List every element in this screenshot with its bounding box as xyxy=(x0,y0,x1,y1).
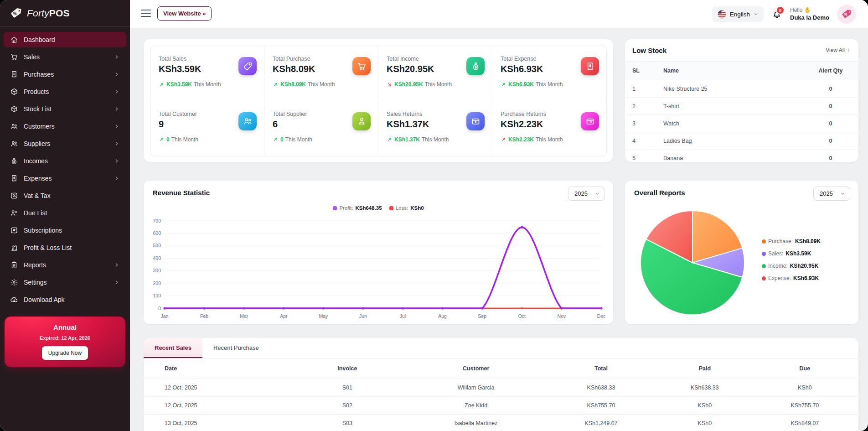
sidebar-item-subscriptions[interactable]: Subscriptions xyxy=(4,223,126,238)
stat-trend: KSh1.37KThis Month xyxy=(387,136,485,143)
svg-text:Sep: Sep xyxy=(478,313,486,319)
sidebar-item-label: Suppliers xyxy=(24,140,108,147)
overall-pie-chart xyxy=(630,203,762,321)
sidebar-item-purchases[interactable]: Purchases xyxy=(4,67,126,82)
chevron-down-icon xyxy=(754,12,758,16)
stat-card-sales-returns: Sales ReturnsKSh1.37KKSh1.37KThis Month xyxy=(378,101,492,156)
svg-text:Jul: Jul xyxy=(400,313,406,319)
brand-name: FortyPOS xyxy=(27,8,70,19)
recent-col-header: Total xyxy=(544,358,658,379)
tab-recent-purchase[interactable]: Recent Purchase xyxy=(202,338,270,358)
user-name: Duka la Demo xyxy=(790,14,829,22)
cart-icon xyxy=(10,53,18,61)
legend-item: Income: KSh20.95K xyxy=(762,263,821,269)
language-selector[interactable]: English xyxy=(712,6,764,22)
hamburger-menu-icon[interactable] xyxy=(141,10,151,19)
overall-reports-card: Overall Reports 2025 Purchase: KSh8.09KS… xyxy=(625,181,858,324)
stat-card-total-purchase: Total PurchaseKSh8.09KKSh8.09KThis Month xyxy=(264,46,378,101)
revenue-statistic-card: Revenue Statistic 2025 Profit: KSh648.35… xyxy=(144,181,613,324)
svg-text:Aug: Aug xyxy=(438,313,447,319)
svg-text:0: 0 xyxy=(158,306,161,311)
home-icon xyxy=(10,36,18,44)
user-group-icon xyxy=(10,140,18,148)
low-stock-title: Low Stock xyxy=(632,47,666,54)
svg-text:Jan: Jan xyxy=(161,313,169,319)
sidebar-item-label: Due List xyxy=(24,209,120,217)
stat-card-total-income: Total IncomeKSh20.95KKSh20.95KThis Month xyxy=(378,46,492,101)
overall-reports-title: Overall Reports xyxy=(634,189,685,197)
low-stock-row: 3Watch0 xyxy=(625,115,858,132)
sidebar-item-stock-list[interactable]: Stock List xyxy=(4,101,126,117)
sidebar-item-due-list[interactable]: Due List xyxy=(4,205,126,221)
low-stock-card: Low Stock View All SLNameAlert Qty 1Nike… xyxy=(625,39,858,162)
low-stock-view-all-link[interactable]: View All xyxy=(826,47,851,53)
legend-item: Profit: KSh648.35 xyxy=(333,205,382,211)
sidebar-item-expenses[interactable]: Expenses xyxy=(4,171,126,186)
stat-trend: 0This Month xyxy=(273,136,371,143)
stat-card-total-supplier: Total Supplier60This Month xyxy=(264,101,378,156)
svg-text:Dec: Dec xyxy=(597,313,606,319)
sidebar-item-label: Settings xyxy=(24,279,108,286)
low-stock-row: 4Ladies Bag0 xyxy=(625,132,858,150)
badge-star-icon xyxy=(10,226,18,234)
sidebar-item-suppliers[interactable]: Suppliers xyxy=(4,136,126,151)
stat-trend: KSh6.93KThis Month xyxy=(501,81,599,88)
svg-text:May: May xyxy=(319,313,328,319)
tag-icon xyxy=(238,57,257,75)
notifications-button[interactable]: 0 xyxy=(771,9,782,20)
stat-trend: KSh2.23KThis Month xyxy=(501,136,599,143)
tab-recent-sales[interactable]: Recent Sales xyxy=(144,338,202,358)
sidebar-item-label: Subscriptions xyxy=(24,227,120,234)
user-list-icon xyxy=(10,209,18,217)
sidebar-item-label: Incomes xyxy=(24,157,108,165)
svg-text:Mar: Mar xyxy=(240,313,248,319)
chevron-right-icon xyxy=(114,123,120,130)
arrow-up-right-icon xyxy=(501,136,506,142)
sidebar-item-download-apk[interactable]: Download Apk xyxy=(4,292,126,307)
sidebar-item-reports[interactable]: Reports xyxy=(4,257,126,273)
recent-sales-row: 12 Oct, 2025S02Zoe KiddKSh755.70KSh0KSh7… xyxy=(144,397,858,415)
stat-card-total-expense: Total ExpenseKSh6.93KKSh6.93KThis Month xyxy=(492,46,606,101)
sidebar-item-profit-loss-list[interactable]: Profit & Loss List xyxy=(4,240,126,255)
chevron-right-icon xyxy=(114,158,120,164)
sidebar-item-label: Reports xyxy=(24,261,108,269)
recent-sales-row: 12 Oct, 2025S01William GarciaKSh638.33KS… xyxy=(144,379,858,397)
box-icon xyxy=(10,88,18,96)
sidebar-item-label: Sales xyxy=(24,53,108,61)
sidebar-item-settings[interactable]: Settings xyxy=(4,275,126,290)
stat-card-purchase-returns: Purchase ReturnsKSh2.23KKSh2.23KThis Mon… xyxy=(492,101,606,156)
stat-trend: KSh8.09KThis Month xyxy=(273,81,371,88)
receipt-dollar-icon xyxy=(10,174,18,182)
cart-icon xyxy=(352,57,371,75)
revenue-statistic-title: Revenue Statistic xyxy=(153,189,210,197)
sidebar-item-products[interactable]: Products xyxy=(4,84,126,99)
receipt-dollar-icon xyxy=(581,57,599,75)
upgrade-now-button[interactable]: Upgrade Now xyxy=(42,346,88,360)
pie-chart-legend: Purchase: KSh8.09KSales: KSh3.59KIncome:… xyxy=(762,238,821,281)
svg-text:200: 200 xyxy=(153,280,161,286)
plan-name: Annual xyxy=(10,323,120,331)
sidebar-item-sales[interactable]: Sales xyxy=(4,49,126,65)
sidebar-item-label: Profit & Loss List xyxy=(24,244,120,251)
chevron-right-icon xyxy=(114,54,120,60)
revenue-year-select[interactable]: 2025 xyxy=(568,187,605,201)
sidebar-item-dashboard[interactable]: Dashboard xyxy=(4,32,126,47)
stat-trend: KSh20.95KThis Month xyxy=(387,81,485,88)
view-website-button[interactable]: View Website » xyxy=(157,6,212,21)
chevron-right-icon xyxy=(114,71,120,78)
user-avatar[interactable]: % xyxy=(837,5,856,24)
sidebar-item-vat-tax[interactable]: Vat & Tax xyxy=(4,188,126,203)
recent-tabs: Recent SalesRecent Purchase xyxy=(144,338,858,358)
svg-text:%: % xyxy=(844,12,848,17)
sidebar-item-label: Expenses xyxy=(24,175,108,182)
overall-year-select[interactable]: 2025 xyxy=(813,187,850,201)
sidebar-item-label: Stock List xyxy=(24,105,108,113)
money-bag-icon xyxy=(466,57,485,75)
sidebar-item-incomes[interactable]: Incomes xyxy=(4,153,126,169)
low-stock-table: SLNameAlert Qty 1Nike Structure 2502T-sh… xyxy=(625,61,858,162)
low-stock-row: 5Banana0 xyxy=(625,150,858,162)
gear-icon xyxy=(10,278,18,286)
brand-logo[interactable]: % FortyPOS xyxy=(0,0,130,27)
app-window: % FortyPOS DashboardSalesPurchasesProduc… xyxy=(0,0,868,431)
sidebar-item-customers[interactable]: Customers xyxy=(4,119,126,134)
